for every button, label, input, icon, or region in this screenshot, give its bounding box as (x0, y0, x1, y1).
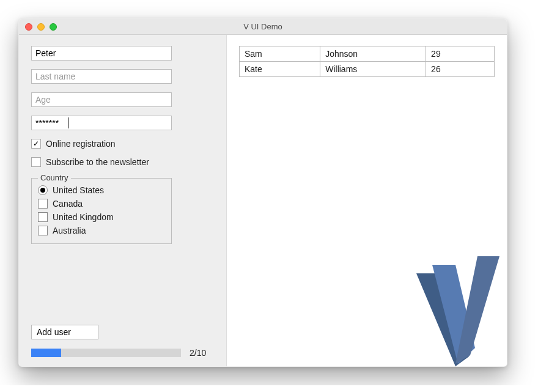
newsletter-checkbox[interactable]: Subscribe to the newsletter (31, 157, 214, 167)
maximize-icon[interactable] (50, 23, 57, 31)
country-option-us[interactable]: United States (38, 183, 165, 197)
radio-label: Australia (53, 226, 86, 235)
table-cell: 29 (426, 46, 495, 62)
password-input[interactable] (31, 116, 172, 130)
form-pane: Online registration Subscribe to the new… (19, 35, 227, 366)
checkbox-label: Subscribe to the newsletter (46, 157, 149, 167)
progress-fill (31, 349, 61, 357)
users-table: SamJohnson29KateWilliams26 (239, 46, 495, 77)
progress-bar (31, 349, 181, 357)
online-registration-checkbox[interactable]: Online registration (31, 139, 214, 149)
radio-label: Canada (53, 199, 83, 209)
table-cell: Williams (320, 62, 426, 77)
age-input[interactable] (31, 92, 172, 107)
v-logo-icon (397, 250, 507, 366)
first-name-input[interactable] (31, 46, 172, 61)
table-row: SamJohnson29 (240, 46, 495, 62)
radio-icon (38, 199, 48, 209)
radio-icon (38, 185, 48, 195)
country-option-canada[interactable]: Canada (38, 197, 165, 210)
radio-icon (38, 226, 48, 235)
window-title: V UI Demo (19, 22, 507, 31)
radio-label: United States (53, 185, 104, 195)
table-cell: Kate (240, 62, 320, 77)
text-caret (68, 117, 68, 128)
add-user-button[interactable]: Add user (31, 325, 98, 339)
country-fieldset: Country United States Canada United King… (31, 178, 172, 244)
radio-label: United Kingdom (53, 212, 114, 222)
traffic-lights (19, 23, 57, 31)
table-cell: Sam (240, 46, 320, 62)
last-name-input[interactable] (31, 69, 172, 84)
close-icon[interactable] (25, 23, 32, 31)
progress-row: 2/10 (31, 348, 214, 358)
content: Online registration Subscribe to the new… (19, 35, 507, 366)
checkbox-icon (31, 157, 41, 167)
checkbox-label: Online registration (46, 139, 116, 149)
minimize-icon[interactable] (37, 23, 45, 31)
users-pane: SamJohnson29KateWilliams26 (227, 35, 507, 366)
fieldset-legend: Country (38, 173, 71, 182)
checkbox-icon (31, 139, 41, 149)
table-cell: 26 (426, 62, 495, 77)
table-cell: Johnson (320, 46, 426, 62)
titlebar: V UI Demo (19, 19, 507, 35)
country-option-australia[interactable]: Australia (38, 224, 165, 237)
radio-icon (38, 212, 48, 222)
progress-label: 2/10 (190, 348, 206, 358)
table-row: KateWilliams26 (240, 62, 495, 77)
app-window: V UI Demo Online registration Subscribe … (18, 18, 507, 367)
country-option-uk[interactable]: United Kingdom (38, 210, 165, 224)
